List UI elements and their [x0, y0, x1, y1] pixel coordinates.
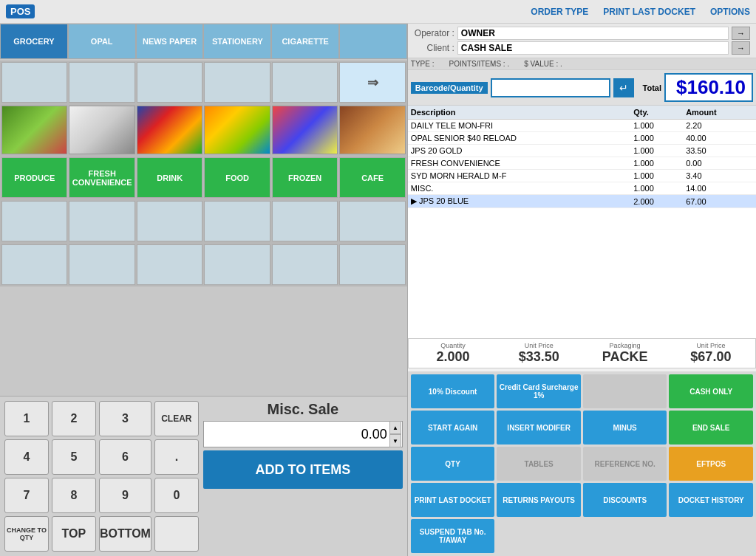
empty-r4-1[interactable] — [1, 244, 67, 285]
suspend-tab-btn[interactable]: SUSPEND TAB No. T/AWAY — [411, 519, 495, 553]
product-cell-empty-2[interactable] — [69, 62, 134, 103]
empty-r3-2[interactable] — [69, 201, 134, 241]
table-row[interactable]: OPAL SENIOR $40 RELOAD1.00040.00 — [408, 132, 756, 145]
minus-btn[interactable]: MINUS — [583, 411, 667, 445]
credit-surcharge-btn[interactable]: Credit Card Surcharge 1% — [497, 374, 581, 408]
row-amount: 14.00 — [683, 182, 756, 195]
num-1[interactable]: 1 — [4, 401, 49, 436]
product-cell-empty-1[interactable] — [1, 62, 67, 103]
unit-price-sub-label: Unit Price — [525, 342, 554, 349]
empty-r3-4[interactable] — [204, 201, 270, 241]
cash-only-btn[interactable]: CASH ONLY — [669, 374, 753, 408]
empty-r3-5[interactable] — [272, 201, 338, 241]
product-cell-empty-4[interactable] — [204, 62, 270, 103]
table-row[interactable]: FRESH CONVENIENCE1.0000.00 — [408, 157, 756, 170]
num-9[interactable]: 9 — [99, 478, 151, 513]
print-last-docket-nav[interactable]: PRINT LAST DOCKET — [603, 7, 695, 17]
category-grocery[interactable]: GROCERY — [0, 24, 68, 59]
num-6[interactable]: 6 — [99, 439, 151, 475]
table-row[interactable]: DAILY TELE MON-FRI1.0002.20 — [408, 120, 756, 132]
row-qty: 2.000 — [630, 195, 683, 208]
col-qty: Qty. — [630, 106, 683, 120]
subcategory-frozen[interactable]: FROZEN — [272, 157, 338, 198]
qty-btn[interactable]: QTY — [411, 447, 495, 481]
change-to-qty-btn[interactable]: CHANGE TO QTY — [4, 516, 49, 552]
category-empty-1 — [339, 24, 407, 59]
bottom-btn[interactable]: BOTTOM — [99, 516, 151, 552]
misc-sale-input[interactable] — [203, 421, 403, 447]
row-qty: 1.000 — [630, 120, 683, 132]
row-amount: 3.40 — [683, 170, 756, 182]
print-last-docket-btn[interactable]: PRINT LAST DOCKET — [411, 483, 495, 517]
product-cell-empty-5[interactable] — [272, 62, 338, 103]
table-row[interactable]: MISC.1.00014.00 — [408, 182, 756, 195]
empty-r4-3[interactable] — [137, 244, 202, 285]
empty-r3-6[interactable] — [339, 201, 405, 241]
col-description: Description — [408, 106, 630, 120]
returns-payouts-btn[interactable]: RETURNS PAYOUTS — [497, 483, 581, 517]
reference-no-btn[interactable]: REFERENCE NO. — [583, 447, 667, 481]
product-image-pens[interactable] — [137, 106, 202, 154]
num-3[interactable]: 3 — [99, 401, 151, 436]
10pct-discount-btn[interactable]: 10% Discount — [411, 374, 495, 408]
barcode-enter-btn[interactable]: ↵ — [613, 78, 634, 97]
product-image-groceries[interactable] — [204, 106, 270, 154]
num-4[interactable]: 4 — [4, 439, 49, 475]
row-amount: 2.20 — [683, 120, 756, 132]
barcode-input[interactable] — [491, 78, 610, 97]
table-row[interactable]: ▶ JPS 20 BLUE2.00067.00 — [408, 195, 756, 208]
packaging-sub-label: Packaging — [610, 342, 641, 349]
category-newspaper[interactable]: NEWS PAPER — [136, 24, 204, 59]
product-image-jars[interactable] — [339, 106, 405, 154]
table-row[interactable]: JPS 20 GOLD1.00033.50 — [408, 145, 756, 157]
app-logo: POS — [6, 4, 35, 18]
num-2[interactable]: 2 — [52, 401, 96, 436]
category-opal[interactable]: OPAL — [68, 24, 136, 59]
num-dot[interactable]: . — [154, 439, 199, 475]
empty-r3-1[interactable] — [1, 201, 67, 241]
empty-action-1 — [583, 374, 667, 408]
spinner-up[interactable]: ▲ — [389, 421, 401, 434]
discounts-btn[interactable]: DISCOUNTS — [583, 483, 667, 517]
subcategory-drink[interactable]: DRINK — [137, 157, 202, 198]
product-cell-empty-3[interactable] — [137, 62, 202, 103]
insert-modifier-btn[interactable]: INSERT MODIFER — [497, 411, 581, 445]
barcode-label: Barcode/Quantity — [411, 82, 488, 94]
empty-r4-4[interactable] — [204, 244, 270, 285]
num-5[interactable]: 5 — [52, 439, 96, 475]
add-to-items-btn[interactable]: ADD TO ITEMS — [203, 450, 403, 489]
top-btn[interactable]: TOP — [52, 516, 96, 552]
product-image-medicine[interactable] — [69, 106, 134, 154]
row-qty: 1.000 — [630, 182, 683, 195]
docket-history-btn[interactable]: DOCKET HISTORY — [669, 483, 753, 517]
subcategory-fresh-convenience[interactable]: FRESH CONVENIENCE — [69, 157, 134, 198]
num-7[interactable]: 7 — [4, 478, 49, 513]
operator-arrow[interactable]: → — [732, 27, 750, 40]
empty-r4-5[interactable] — [272, 244, 338, 285]
spinner-down[interactable]: ▼ — [389, 434, 401, 447]
empty-r4-2[interactable] — [69, 244, 134, 285]
row-desc: OPAL SENIOR $40 RELOAD — [408, 132, 630, 145]
start-again-btn[interactable]: START AGAIN — [411, 411, 495, 445]
category-stationery[interactable]: STATIONERY — [203, 24, 271, 59]
next-page-arrow[interactable]: ⇒ — [339, 62, 405, 103]
client-arrow[interactable]: → — [732, 41, 750, 55]
tables-btn[interactable]: TABLES — [497, 447, 581, 481]
empty-r4-6[interactable] — [339, 244, 405, 285]
empty-r3-3[interactable] — [137, 201, 202, 241]
num-0[interactable]: 0 — [154, 478, 199, 513]
eftpos-btn[interactable]: EFTPOS — [669, 447, 753, 481]
num-8[interactable]: 8 — [52, 478, 96, 513]
product-image-cans[interactable] — [272, 106, 338, 154]
category-cigarette[interactable]: CIGARETTE — [271, 24, 339, 59]
product-image-produce[interactable] — [1, 106, 67, 154]
end-sale-btn[interactable]: END SALE — [669, 411, 753, 445]
order-type-nav[interactable]: ORDER TYPE — [531, 7, 588, 17]
options-nav[interactable]: OPTIONS — [710, 7, 750, 17]
subcategory-cafe[interactable]: CAFE — [339, 157, 405, 198]
row-desc: DAILY TELE MON-FRI — [408, 120, 630, 132]
subcategory-produce[interactable]: PRODUCE — [1, 157, 67, 198]
table-row[interactable]: SYD MORN HERALD M-F1.0003.40 — [408, 170, 756, 182]
clear-btn[interactable]: CLEAR — [154, 401, 199, 436]
subcategory-food[interactable]: FOOD — [204, 157, 270, 198]
